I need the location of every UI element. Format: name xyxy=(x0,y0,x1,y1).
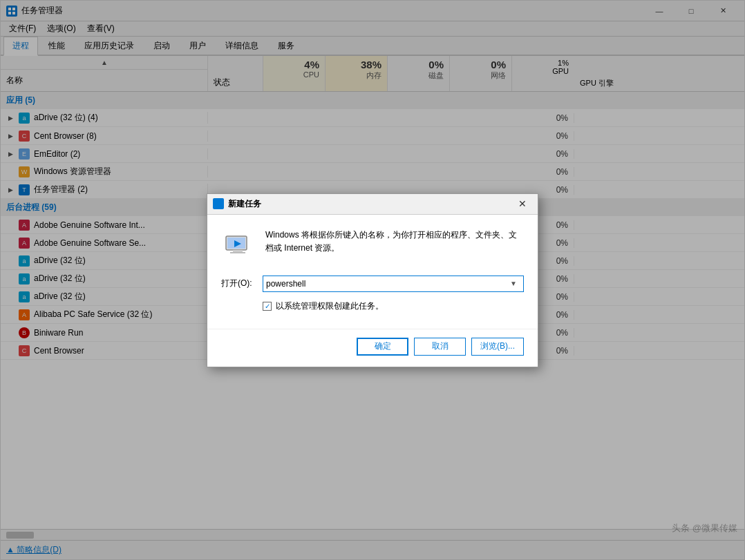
svg-rect-6 xyxy=(233,250,243,252)
modal-browse-button[interactable]: 浏览(B)... xyxy=(471,338,524,356)
modal-ok-button[interactable]: 确定 xyxy=(357,338,408,356)
admin-checkbox[interactable]: ✓ xyxy=(263,302,272,311)
modal-overlay: 新建任务 ✕ xyxy=(1,1,744,559)
modal-open-label: 打开(O): xyxy=(221,278,263,289)
modal-open-input[interactable] xyxy=(266,279,507,289)
modal-close-button[interactable]: ✕ xyxy=(513,196,532,211)
modal-title-bar: 新建任务 ✕ xyxy=(207,194,538,215)
modal-desc-icon xyxy=(221,229,254,262)
modal-footer: 确定 取消 浏览(B)... xyxy=(207,329,538,367)
modal-checkbox-row: ✓ 以系统管理权限创建此任务。 xyxy=(263,300,524,312)
modal-cancel-button[interactable]: 取消 xyxy=(414,338,466,356)
modal-description-row: Windows 将根据你所键入的名称，为你打开相应的程序、文件夹、文档或 Int… xyxy=(221,229,524,262)
new-task-dialog: 新建任务 ✕ xyxy=(207,193,538,367)
main-window: 任务管理器 — □ ✕ 文件(F) 选项(O) 查看(V) 进程 性能 应用历史… xyxy=(0,0,745,560)
svg-rect-7 xyxy=(230,252,245,253)
modal-input-wrapper[interactable]: ▼ xyxy=(263,276,524,292)
modal-dropdown-arrow[interactable]: ▼ xyxy=(507,276,520,291)
modal-icon xyxy=(213,198,224,209)
modal-body: Windows 将根据你所键入的名称，为你打开相应的程序、文件夹、文档或 Int… xyxy=(207,215,538,329)
modal-title: 新建任务 xyxy=(228,198,513,210)
modal-description-text: Windows 将根据你所键入的名称，为你打开相应的程序、文件夹、文档或 Int… xyxy=(265,229,524,262)
modal-open-row: 打开(O): ▼ xyxy=(221,276,524,292)
modal-checkbox-label: 以系统管理权限创建此任务。 xyxy=(276,300,384,312)
